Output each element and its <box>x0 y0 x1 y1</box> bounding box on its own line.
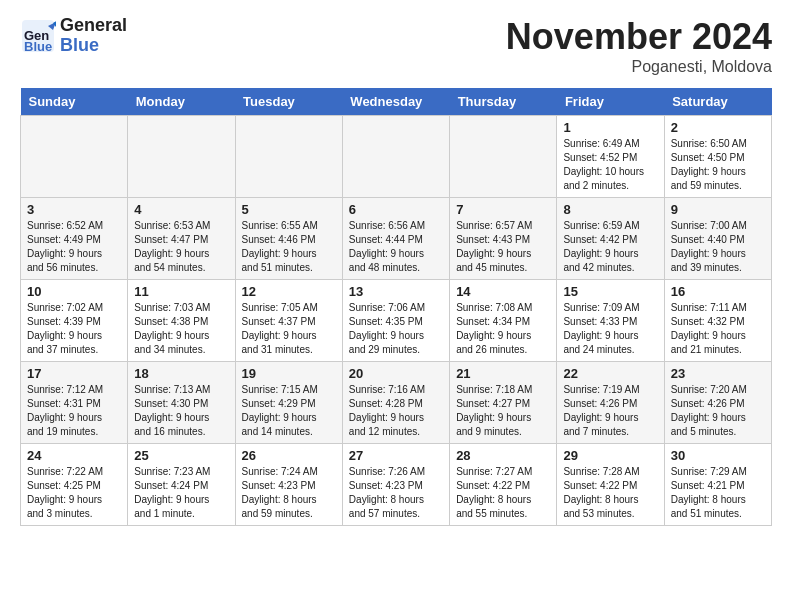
day-info: Sunrise: 7:15 AM Sunset: 4:29 PM Dayligh… <box>242 383 336 439</box>
calendar-cell: 10Sunrise: 7:02 AM Sunset: 4:39 PM Dayli… <box>21 280 128 362</box>
calendar-cell: 17Sunrise: 7:12 AM Sunset: 4:31 PM Dayli… <box>21 362 128 444</box>
day-info: Sunrise: 7:16 AM Sunset: 4:28 PM Dayligh… <box>349 383 443 439</box>
weekday-header-saturday: Saturday <box>664 88 771 116</box>
day-number: 14 <box>456 284 550 299</box>
day-number: 7 <box>456 202 550 217</box>
calendar-cell: 2Sunrise: 6:50 AM Sunset: 4:50 PM Daylig… <box>664 116 771 198</box>
month-title: November 2024 <box>506 16 772 58</box>
day-info: Sunrise: 7:22 AM Sunset: 4:25 PM Dayligh… <box>27 465 121 521</box>
day-info: Sunrise: 7:09 AM Sunset: 4:33 PM Dayligh… <box>563 301 657 357</box>
day-number: 25 <box>134 448 228 463</box>
header-right: November 2024 Poganesti, Moldova <box>506 16 772 76</box>
day-number: 9 <box>671 202 765 217</box>
day-number: 29 <box>563 448 657 463</box>
day-info: Sunrise: 7:23 AM Sunset: 4:24 PM Dayligh… <box>134 465 228 521</box>
calendar-cell: 3Sunrise: 6:52 AM Sunset: 4:49 PM Daylig… <box>21 198 128 280</box>
day-info: Sunrise: 7:12 AM Sunset: 4:31 PM Dayligh… <box>27 383 121 439</box>
day-number: 23 <box>671 366 765 381</box>
calendar-cell: 23Sunrise: 7:20 AM Sunset: 4:26 PM Dayli… <box>664 362 771 444</box>
weekday-header-row: SundayMondayTuesdayWednesdayThursdayFrid… <box>21 88 772 116</box>
day-number: 12 <box>242 284 336 299</box>
day-number: 30 <box>671 448 765 463</box>
day-info: Sunrise: 6:55 AM Sunset: 4:46 PM Dayligh… <box>242 219 336 275</box>
day-number: 27 <box>349 448 443 463</box>
day-info: Sunrise: 6:50 AM Sunset: 4:50 PM Dayligh… <box>671 137 765 193</box>
day-number: 4 <box>134 202 228 217</box>
calendar-cell: 14Sunrise: 7:08 AM Sunset: 4:34 PM Dayli… <box>450 280 557 362</box>
day-number: 24 <box>27 448 121 463</box>
logo: Gen Blue General Blue <box>20 16 127 56</box>
calendar-cell: 12Sunrise: 7:05 AM Sunset: 4:37 PM Dayli… <box>235 280 342 362</box>
day-number: 15 <box>563 284 657 299</box>
calendar-cell: 9Sunrise: 7:00 AM Sunset: 4:40 PM Daylig… <box>664 198 771 280</box>
svg-text:Blue: Blue <box>24 39 52 54</box>
day-info: Sunrise: 7:06 AM Sunset: 4:35 PM Dayligh… <box>349 301 443 357</box>
day-number: 8 <box>563 202 657 217</box>
day-info: Sunrise: 7:29 AM Sunset: 4:21 PM Dayligh… <box>671 465 765 521</box>
day-number: 11 <box>134 284 228 299</box>
calendar-cell: 28Sunrise: 7:27 AM Sunset: 4:22 PM Dayli… <box>450 444 557 526</box>
calendar-cell <box>235 116 342 198</box>
day-info: Sunrise: 7:08 AM Sunset: 4:34 PM Dayligh… <box>456 301 550 357</box>
week-row-0: 1Sunrise: 6:49 AM Sunset: 4:52 PM Daylig… <box>21 116 772 198</box>
day-info: Sunrise: 6:59 AM Sunset: 4:42 PM Dayligh… <box>563 219 657 275</box>
day-number: 19 <box>242 366 336 381</box>
calendar-table: SundayMondayTuesdayWednesdayThursdayFrid… <box>20 88 772 526</box>
day-number: 22 <box>563 366 657 381</box>
calendar-cell <box>128 116 235 198</box>
calendar-cell: 29Sunrise: 7:28 AM Sunset: 4:22 PM Dayli… <box>557 444 664 526</box>
day-info: Sunrise: 6:57 AM Sunset: 4:43 PM Dayligh… <box>456 219 550 275</box>
weekday-header-sunday: Sunday <box>21 88 128 116</box>
calendar-cell <box>342 116 449 198</box>
calendar-cell: 13Sunrise: 7:06 AM Sunset: 4:35 PM Dayli… <box>342 280 449 362</box>
day-info: Sunrise: 7:13 AM Sunset: 4:30 PM Dayligh… <box>134 383 228 439</box>
calendar-cell: 4Sunrise: 6:53 AM Sunset: 4:47 PM Daylig… <box>128 198 235 280</box>
weekday-header-thursday: Thursday <box>450 88 557 116</box>
weekday-header-monday: Monday <box>128 88 235 116</box>
calendar-cell: 11Sunrise: 7:03 AM Sunset: 4:38 PM Dayli… <box>128 280 235 362</box>
day-info: Sunrise: 7:02 AM Sunset: 4:39 PM Dayligh… <box>27 301 121 357</box>
day-info: Sunrise: 7:24 AM Sunset: 4:23 PM Dayligh… <box>242 465 336 521</box>
day-info: Sunrise: 6:56 AM Sunset: 4:44 PM Dayligh… <box>349 219 443 275</box>
calendar-cell: 30Sunrise: 7:29 AM Sunset: 4:21 PM Dayli… <box>664 444 771 526</box>
day-info: Sunrise: 7:20 AM Sunset: 4:26 PM Dayligh… <box>671 383 765 439</box>
calendar-cell: 21Sunrise: 7:18 AM Sunset: 4:27 PM Dayli… <box>450 362 557 444</box>
calendar-cell: 16Sunrise: 7:11 AM Sunset: 4:32 PM Dayli… <box>664 280 771 362</box>
week-row-1: 3Sunrise: 6:52 AM Sunset: 4:49 PM Daylig… <box>21 198 772 280</box>
day-number: 2 <box>671 120 765 135</box>
calendar-cell: 24Sunrise: 7:22 AM Sunset: 4:25 PM Dayli… <box>21 444 128 526</box>
day-info: Sunrise: 7:05 AM Sunset: 4:37 PM Dayligh… <box>242 301 336 357</box>
page: Gen Blue General Blue November 2024 Poga… <box>0 0 792 542</box>
logo-blue: Blue <box>60 36 127 56</box>
day-number: 28 <box>456 448 550 463</box>
week-row-3: 17Sunrise: 7:12 AM Sunset: 4:31 PM Dayli… <box>21 362 772 444</box>
calendar-cell: 15Sunrise: 7:09 AM Sunset: 4:33 PM Dayli… <box>557 280 664 362</box>
day-number: 26 <box>242 448 336 463</box>
day-info: Sunrise: 7:11 AM Sunset: 4:32 PM Dayligh… <box>671 301 765 357</box>
logo-icon: Gen Blue <box>20 18 56 54</box>
day-number: 16 <box>671 284 765 299</box>
calendar-cell: 7Sunrise: 6:57 AM Sunset: 4:43 PM Daylig… <box>450 198 557 280</box>
day-info: Sunrise: 7:18 AM Sunset: 4:27 PM Dayligh… <box>456 383 550 439</box>
day-info: Sunrise: 6:49 AM Sunset: 4:52 PM Dayligh… <box>563 137 657 193</box>
calendar-cell: 19Sunrise: 7:15 AM Sunset: 4:29 PM Dayli… <box>235 362 342 444</box>
day-info: Sunrise: 7:26 AM Sunset: 4:23 PM Dayligh… <box>349 465 443 521</box>
calendar-cell <box>21 116 128 198</box>
day-number: 5 <box>242 202 336 217</box>
day-number: 21 <box>456 366 550 381</box>
day-info: Sunrise: 7:27 AM Sunset: 4:22 PM Dayligh… <box>456 465 550 521</box>
location: Poganesti, Moldova <box>506 58 772 76</box>
day-info: Sunrise: 6:52 AM Sunset: 4:49 PM Dayligh… <box>27 219 121 275</box>
week-row-4: 24Sunrise: 7:22 AM Sunset: 4:25 PM Dayli… <box>21 444 772 526</box>
calendar-cell: 25Sunrise: 7:23 AM Sunset: 4:24 PM Dayli… <box>128 444 235 526</box>
day-number: 18 <box>134 366 228 381</box>
week-row-2: 10Sunrise: 7:02 AM Sunset: 4:39 PM Dayli… <box>21 280 772 362</box>
day-info: Sunrise: 6:53 AM Sunset: 4:47 PM Dayligh… <box>134 219 228 275</box>
calendar-cell: 18Sunrise: 7:13 AM Sunset: 4:30 PM Dayli… <box>128 362 235 444</box>
weekday-header-friday: Friday <box>557 88 664 116</box>
day-info: Sunrise: 7:00 AM Sunset: 4:40 PM Dayligh… <box>671 219 765 275</box>
calendar-cell: 20Sunrise: 7:16 AM Sunset: 4:28 PM Dayli… <box>342 362 449 444</box>
calendar-cell: 8Sunrise: 6:59 AM Sunset: 4:42 PM Daylig… <box>557 198 664 280</box>
calendar-cell: 22Sunrise: 7:19 AM Sunset: 4:26 PM Dayli… <box>557 362 664 444</box>
day-number: 17 <box>27 366 121 381</box>
